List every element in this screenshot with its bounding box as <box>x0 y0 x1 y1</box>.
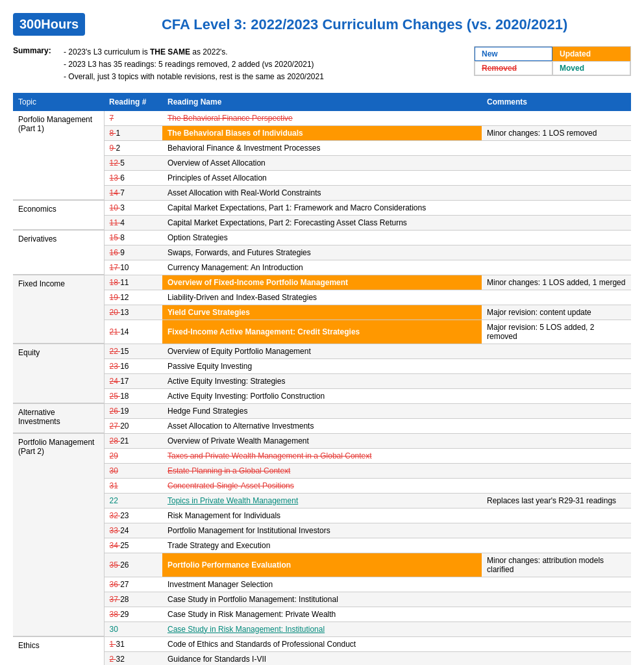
name-cell: Asset Allocation to Alternative Investme… <box>162 418 482 433</box>
reading-cell: 30 <box>104 463 162 478</box>
curriculum-table: Topic Reading # Reading Name Comments Po… <box>13 93 631 665</box>
reading-cell: 17 10 <box>104 260 162 275</box>
table-row: 23 16Passive Equity Investing <box>13 358 631 373</box>
topic-cell: Alternative Investments <box>13 403 104 433</box>
reading-cell: 30 <box>104 621 162 636</box>
comment-cell <box>482 200 631 215</box>
reading-cell: 33 24 <box>104 523 162 538</box>
name-cell: Concentrated Single-Asset Positions <box>162 478 482 493</box>
table-row: 16 9Swaps, Forwards, and Futures Strateg… <box>13 245 631 260</box>
table-row: Derivatives15 8Option Strategies <box>13 230 631 245</box>
topic-cell: Equity <box>13 344 104 403</box>
comment-cell <box>482 140 631 155</box>
legend-removed: Removed <box>475 61 552 75</box>
reading-cell: 10 3 <box>104 200 162 215</box>
name-cell: Portfolio Performance Evaluation <box>162 553 482 577</box>
name-cell: The Behavioral Biases of Individuals <box>162 125 482 140</box>
table-row: 27 20Asset Allocation to Alternative Inv… <box>13 418 631 433</box>
name-cell: Trade Strategy and Execution <box>162 538 482 553</box>
name-cell: Overview of Asset Allocation <box>162 155 482 170</box>
reading-cell: 1 31 <box>104 636 162 651</box>
name-cell: Overview of Fixed-Income Portfolio Manag… <box>162 275 482 290</box>
reading-cell: 22 15 <box>104 344 162 358</box>
comment-cell <box>482 260 631 275</box>
table-row: Alternative Investments26 19Hedge Fund S… <box>13 403 631 418</box>
comment-cell <box>482 403 631 418</box>
table-row: 38 29Case Study in Risk Management: Priv… <box>13 607 631 621</box>
table-row: 32 23Risk Management for Individuals <box>13 508 631 523</box>
legend-moved: Moved <box>552 61 630 75</box>
table-row: Portfolio Management (Part 2)28 21Overvi… <box>13 433 631 448</box>
header-topic: Topic <box>13 93 104 111</box>
reading-cell: 11 4 <box>104 215 162 230</box>
reading-cell: 9 2 <box>104 140 162 155</box>
comment-cell <box>482 230 631 245</box>
table-row: 9 2Behavioral Finance & Investment Proce… <box>13 140 631 155</box>
page-title: CFA Level 3: 2022/2023 Curriculum Change… <box>98 16 631 33</box>
name-cell: Active Equity Investing: Strategies <box>162 373 482 388</box>
name-cell: Overview of Equity Portfolio Management <box>162 344 482 358</box>
summary-line-2: - 2023 L3 has 35 readings: 5 readings re… <box>64 58 461 71</box>
reading-cell: 18 11 <box>104 275 162 290</box>
header-reading-name: Reading Name <box>162 93 482 111</box>
reading-cell: 8 1 <box>104 125 162 140</box>
reading-cell: 24 17 <box>104 373 162 388</box>
table-row: 37 28Case Study in Portfolio Management:… <box>13 592 631 607</box>
table-row: 12 5Overview of Asset Allocation <box>13 155 631 170</box>
table-row: 20 13Yield Curve StrategiesMajor revisio… <box>13 305 631 320</box>
comment-cell: Major revision: 5 LOS added, 2 removed <box>482 320 631 344</box>
topic-cell: Derivatives <box>13 230 104 275</box>
topic-cell: Fixed Income <box>13 275 104 344</box>
comment-cell <box>482 170 631 185</box>
comment-cell: Replaces last year's R29-31 readings <box>482 493 631 508</box>
reading-cell: 27 20 <box>104 418 162 433</box>
name-cell: Active Equity Investing: Portfolio Const… <box>162 388 482 403</box>
comment-cell <box>482 185 631 200</box>
table-row: 13 6Principles of Asset Allocation <box>13 170 631 185</box>
reading-cell: 12 5 <box>104 155 162 170</box>
reading-cell: 13 6 <box>104 170 162 185</box>
comment-cell <box>482 607 631 621</box>
header-comments: Comments <box>482 93 631 111</box>
comment-cell <box>482 592 631 607</box>
summary-text: - 2023's L3 curriculum is THE SAME as 20… <box>64 46 461 84</box>
reading-cell: 20 13 <box>104 305 162 320</box>
comment-cell <box>482 155 631 170</box>
name-cell: Liability-Driven and Index-Based Strateg… <box>162 290 482 305</box>
table-row: 29Taxes and Private Wealth Management in… <box>13 448 631 463</box>
name-cell: Fixed-Income Active Management: Credit S… <box>162 320 482 344</box>
table-row: Fixed Income18 11Overview of Fixed-Incom… <box>13 275 631 290</box>
comment-cell <box>482 651 631 665</box>
comment-cell <box>482 418 631 433</box>
table-row: 8 1The Behavioral Biases of IndividualsM… <box>13 125 631 140</box>
table-row: 22Topics in Private Wealth ManagementRep… <box>13 493 631 508</box>
table-row: 19 12Liability-Driven and Index-Based St… <box>13 290 631 305</box>
table-header-row: Topic Reading # Reading Name Comments <box>13 93 631 111</box>
name-cell: Option Strategies <box>162 230 482 245</box>
table-row: 21 14Fixed-Income Active Management: Cre… <box>13 320 631 344</box>
comment-cell <box>482 523 631 538</box>
name-cell: Risk Management for Individuals <box>162 508 482 523</box>
name-cell: Guidance for Standards I-VII <box>162 651 482 665</box>
reading-cell: 16 9 <box>104 245 162 260</box>
comment-cell <box>482 388 631 403</box>
comment-cell <box>482 433 631 448</box>
topic-cell: Economics <box>13 200 104 230</box>
topic-cell: Porfolio Management (Part 1) <box>13 111 104 201</box>
name-cell: Yield Curve Strategies <box>162 305 482 320</box>
reading-cell: 29 <box>104 448 162 463</box>
name-cell: Investment Manager Selection <box>162 577 482 592</box>
name-cell: Capital Market Expectations, Part 1: Fra… <box>162 200 482 215</box>
summary-line-1: - 2023's L3 curriculum is THE SAME as 20… <box>64 46 461 58</box>
reading-cell: 38 29 <box>104 607 162 621</box>
name-cell: Principles of Asset Allocation <box>162 170 482 185</box>
reading-cell: 7 <box>104 111 162 126</box>
table-row: 2 32Guidance for Standards I-VII <box>13 651 631 665</box>
name-cell: Code of Ethics and Standards of Professi… <box>162 636 482 651</box>
table-row: 31Concentrated Single-Asset Positions <box>13 478 631 493</box>
summary-line-3: - Overall, just 3 topics with notable re… <box>64 71 461 83</box>
table-row: 30Estate Planning in a Global Context <box>13 463 631 478</box>
topic-cell: Portfolio Management (Part 2) <box>13 433 104 636</box>
name-cell: Hedge Fund Strategies <box>162 403 482 418</box>
comment-cell <box>482 538 631 553</box>
